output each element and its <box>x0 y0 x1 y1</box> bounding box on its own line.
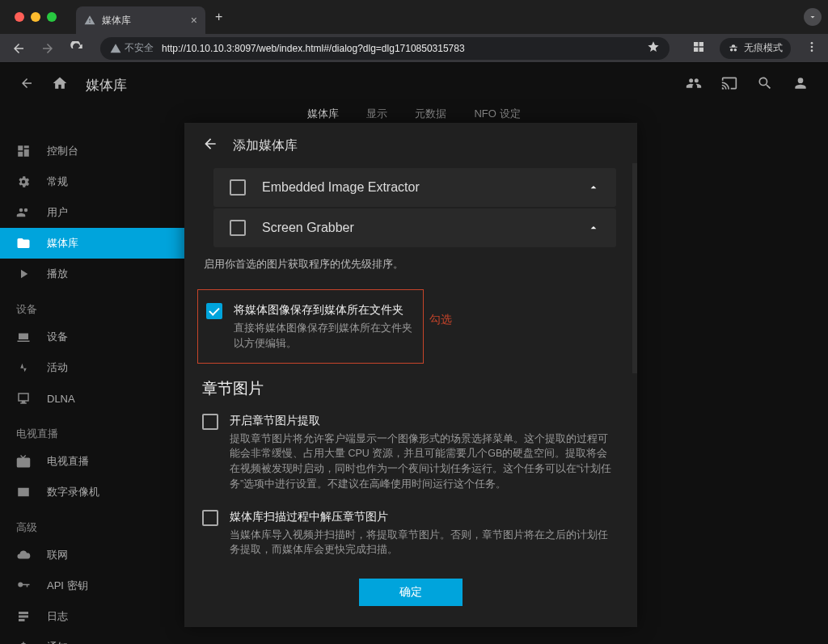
minimize-window-button[interactable] <box>31 12 40 22</box>
option-desc: 直接将媒体图像保存到媒体所在文件夹以方便编辑。 <box>234 321 415 351</box>
option-title: 将媒体图像保存到媒体所在文件夹 <box>234 303 415 318</box>
close-tab-button[interactable]: × <box>191 14 197 27</box>
sidebar-item-users[interactable]: 用户 <box>0 197 184 228</box>
sidebar-item-dvr[interactable]: 数字录像机 <box>0 477 184 507</box>
checkbox[interactable] <box>230 179 246 196</box>
sidebar-item-logs[interactable]: 日志 <box>0 601 184 632</box>
maximize-window-button[interactable] <box>47 12 57 22</box>
cast-button[interactable] <box>721 75 737 95</box>
arrow-left-icon <box>19 76 34 90</box>
chevron-up-icon[interactable] <box>587 181 600 194</box>
warning-icon <box>110 43 121 54</box>
search-icon <box>757 75 773 91</box>
top-tabs: 媒体库 显示 元数据 NFO 设定 <box>0 107 828 123</box>
fetchers-hint: 启用你首选的图片获取程序的优先级排序。 <box>204 257 619 271</box>
sidebar-item-dlna[interactable]: DLNA <box>0 383 184 414</box>
page-title: 媒体库 <box>86 76 127 95</box>
app-back-button[interactable] <box>19 76 34 94</box>
star-icon <box>647 40 660 53</box>
window-controls <box>6 12 61 22</box>
home-icon <box>52 75 68 91</box>
bookmark-button[interactable] <box>647 40 660 56</box>
add-library-dialog: 添加媒体库 Embedded Image Extractor Screen Gr… <box>184 123 637 627</box>
checkbox-save-images[interactable] <box>206 303 222 319</box>
cast-icon <box>721 75 737 91</box>
dialog-back-button[interactable] <box>202 136 218 155</box>
incognito-icon <box>728 43 739 54</box>
highlighted-option: 将媒体图像保存到媒体所在文件夹 直接将媒体图像保存到媒体所在文件夹以方便编辑。 … <box>197 289 424 364</box>
fetcher-screen-grabber[interactable]: Screen Grabber <box>213 208 616 247</box>
url-text: http://10.10.10.3:8097/web/index.html#/d… <box>162 43 465 54</box>
tab-bar: 媒体库 × + <box>0 0 828 34</box>
svg-point-0 <box>811 42 813 44</box>
sidebar-item-livetv[interactable]: 电视直播 <box>0 446 184 477</box>
option-title: 开启章节图片提取 <box>230 414 618 428</box>
browser-tab[interactable]: 媒体库 × <box>76 6 205 34</box>
tab-nfo[interactable]: NFO 设定 <box>474 107 520 123</box>
sidebar-item-devices[interactable]: 设备 <box>0 322 184 352</box>
search-button[interactable] <box>757 75 773 95</box>
warning-icon <box>84 15 95 26</box>
sidebar-item-general[interactable]: 常规 <box>0 166 184 197</box>
back-button[interactable] <box>10 41 27 56</box>
tab-display[interactable]: 显示 <box>366 107 387 123</box>
scrollbar[interactable] <box>632 163 637 373</box>
tab-media-library[interactable]: 媒体库 <box>307 107 339 123</box>
tab-metadata[interactable]: 元数据 <box>415 107 446 123</box>
security-status: 不安全 <box>110 41 154 55</box>
browser-menu-button[interactable] <box>805 40 818 57</box>
annotation-label: 勾选 <box>429 313 452 327</box>
chapter-section-title: 章节图片 <box>202 378 619 399</box>
reload-button[interactable] <box>68 41 86 56</box>
person-icon <box>792 75 809 91</box>
window-menu-button[interactable] <box>804 8 822 26</box>
more-icon <box>805 40 818 53</box>
chevron-up-icon[interactable] <box>587 221 600 234</box>
forward-button[interactable] <box>39 41 57 56</box>
option-desc: 提取章节图片将允许客户端显示一个图像形式的场景选择菜单。这个提取的过程可能会非常… <box>230 431 618 492</box>
sidebar-item-activity[interactable]: 活动 <box>0 352 184 383</box>
sidebar-item-dashboard[interactable]: 控制台 <box>0 136 184 166</box>
option-desc: 当媒体库导入视频并扫描时，将提取章节图片。否则，章节图片将在之后的计划任务提取，… <box>230 528 618 558</box>
dialog-header: 添加媒体库 <box>184 123 637 168</box>
sidebar-group-devices: 设备 <box>0 289 184 322</box>
sidebar-item-notifications[interactable]: 通知 <box>0 632 184 644</box>
arrow-left-icon <box>202 136 218 152</box>
ok-button[interactable]: 确定 <box>359 579 463 606</box>
sidebar-item-library[interactable]: 媒体库 <box>0 228 184 259</box>
people-icon <box>686 75 702 91</box>
tab-title: 媒体库 <box>102 14 131 27</box>
address-bar: 不安全 http://10.10.10.3:8097/web/index.htm… <box>0 34 828 63</box>
option-title: 媒体库扫描过程中解压章节图片 <box>230 510 618 524</box>
account-button[interactable] <box>792 75 809 95</box>
manage-users-button[interactable] <box>686 75 702 95</box>
fetcher-embedded-image[interactable]: Embedded Image Extractor <box>213 168 616 207</box>
url-bar[interactable]: 不安全 http://10.10.10.3:8097/web/index.htm… <box>100 37 670 60</box>
chevron-down-icon <box>808 12 817 22</box>
sidebar-item-network[interactable]: 联网 <box>0 540 184 570</box>
svg-point-1 <box>811 45 813 48</box>
dialog-title: 添加媒体库 <box>233 137 298 154</box>
sidebar-group-livetv: 电视直播 <box>0 414 184 446</box>
sidebar: 控制台 常规 用户 媒体库 播放 设备 设备 活动 DLNA 电视直播 电视直播… <box>0 123 184 644</box>
close-window-button[interactable] <box>15 12 24 22</box>
app-header: 媒体库 <box>0 63 828 107</box>
extensions-button[interactable] <box>692 40 705 57</box>
checkbox-chapter-extract[interactable] <box>202 414 218 430</box>
sidebar-item-playback[interactable]: 播放 <box>0 259 184 289</box>
sidebar-item-apikeys[interactable]: API 密钥 <box>0 570 184 601</box>
home-button[interactable] <box>52 75 68 95</box>
sidebar-group-advanced: 高级 <box>0 507 184 540</box>
new-tab-button[interactable]: + <box>215 10 222 24</box>
checkbox-chapter-scan[interactable] <box>202 510 218 526</box>
incognito-badge[interactable]: 无痕模式 <box>720 38 791 59</box>
grid-icon <box>692 40 705 53</box>
content-area: 添加媒体库 Embedded Image Extractor Screen Gr… <box>184 123 828 644</box>
checkbox[interactable] <box>230 220 246 236</box>
svg-point-2 <box>811 49 813 52</box>
